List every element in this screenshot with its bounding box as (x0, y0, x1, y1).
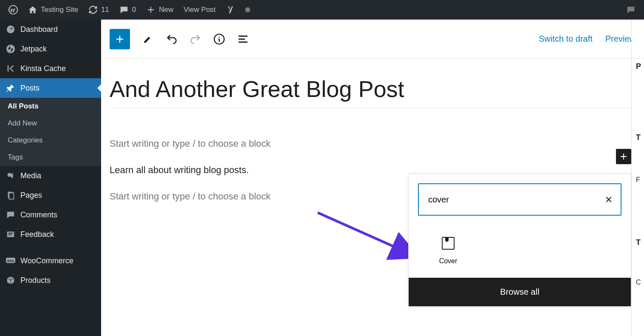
clear-search-button[interactable] (604, 195, 613, 204)
sidebar-item-dashboard[interactable]: Dashboard (0, 20, 101, 39)
notices-toggle[interactable] (621, 0, 641, 20)
sidebar-item-posts[interactable]: Posts (0, 78, 101, 98)
pin-icon (6, 83, 15, 93)
feedback-icon (6, 230, 15, 239)
site-name-label: Testing Site (41, 6, 78, 14)
settings-panel-partial: P T F T C (631, 20, 644, 336)
sidebar-sub-add-new[interactable]: Add New (0, 115, 101, 132)
dashboard-icon (6, 25, 15, 34)
admin-sidebar: Dashboard Jetpack Kinsta Cache Posts All… (0, 20, 101, 336)
sidebar-item-kinsta[interactable]: Kinsta Cache (0, 59, 101, 78)
sidebar-item-label: Posts (20, 84, 40, 93)
block-results: Cover (409, 225, 631, 278)
sidebar-item-jetpack[interactable]: Jetpack (0, 39, 101, 59)
undo-button[interactable] (166, 33, 178, 45)
sidebar-item-media[interactable]: Media (0, 166, 101, 185)
title-separator (110, 108, 636, 108)
wp-logo[interactable] (3, 0, 23, 20)
wordpress-icon (8, 5, 18, 14)
block-result-label: Cover (439, 257, 458, 265)
yoast-icon (226, 5, 235, 14)
settings-row-fragment: T (632, 130, 644, 145)
sidebar-item-pages[interactable]: Pages (0, 185, 101, 205)
page-icon (6, 191, 15, 200)
sidebar-item-label: Kinsta Cache (20, 64, 66, 73)
home-icon (28, 5, 37, 14)
sidebar-item-label: WooCommerce (20, 256, 73, 265)
new-label: New (159, 6, 173, 14)
settings-row-fragment: T (632, 235, 644, 251)
sidebar-item-label: Comments (20, 211, 57, 219)
admin-bar: Testing Site 11 0 New View Post (0, 0, 644, 20)
sidebar-sub-tags[interactable]: Tags (0, 149, 101, 166)
block-search-field[interactable] (418, 183, 621, 216)
block-result-cover[interactable]: Cover (409, 233, 472, 265)
comment-icon (626, 5, 636, 14)
sidebar-item-comments[interactable]: Comments (0, 205, 101, 225)
svg-point-1 (245, 7, 250, 12)
svg-rect-6 (9, 193, 14, 199)
details-button[interactable] (213, 33, 225, 45)
product-icon (6, 276, 15, 285)
site-link[interactable]: Testing Site (23, 0, 83, 20)
new-content-link[interactable]: New (141, 0, 178, 20)
post-title[interactable]: And Another Great Blog Post (110, 76, 636, 102)
sidebar-item-products[interactable]: Products (0, 271, 101, 290)
plus-icon (146, 5, 155, 14)
sidebar-item-woocommerce[interactable]: woo WooCommerce (0, 251, 101, 271)
svg-text:woo: woo (7, 259, 14, 263)
settings-tab-fragment[interactable]: P (632, 59, 644, 74)
editor-area: Switch to draft Preview And Another Grea… (101, 20, 644, 336)
toggle-block-inserter-button[interactable] (110, 29, 130, 49)
cover-block-icon (442, 237, 455, 250)
status-dot-icon (243, 5, 252, 14)
view-post-label: View Post (184, 6, 215, 14)
sidebar-item-label: Jetpack (20, 45, 47, 54)
comment-icon (6, 210, 15, 219)
browse-all-button[interactable]: Browse all (409, 278, 631, 306)
block-placeholder[interactable]: Start writing or type / to choose a bloc… (110, 138, 636, 149)
edit-mode-button[interactable] (142, 33, 154, 45)
svg-point-3 (6, 45, 15, 53)
sidebar-submenu-posts: All Posts Add New Categories Tags (0, 98, 101, 166)
sidebar-item-label: Products (20, 276, 51, 285)
comments-link[interactable]: 0 (114, 0, 141, 20)
refresh-icon (88, 5, 98, 14)
sidebar-item-label: Dashboard (20, 25, 58, 34)
outline-button[interactable] (237, 33, 249, 45)
yoast-link[interactable] (221, 0, 257, 20)
sidebar-sub-all-posts[interactable]: All Posts (0, 98, 101, 115)
sidebar-item-feedback[interactable]: Feedback (0, 225, 101, 244)
switch-to-draft-link[interactable]: Switch to draft (539, 34, 593, 44)
svg-point-4 (8, 173, 11, 177)
updates-link[interactable]: 11 (83, 0, 114, 20)
sidebar-item-label: Pages (20, 191, 42, 200)
redo-button[interactable] (189, 33, 201, 45)
editor-toolbar: Switch to draft Preview (101, 20, 644, 59)
sidebar-sub-categories[interactable]: Categories (0, 132, 101, 149)
woo-icon: woo (6, 256, 15, 265)
inline-add-block-button[interactable] (616, 149, 631, 164)
kinsta-icon (6, 64, 15, 73)
comment-icon (119, 5, 129, 14)
comments-count: 0 (132, 6, 136, 14)
updates-count: 11 (101, 6, 109, 14)
block-search-input[interactable] (419, 195, 621, 205)
settings-row-fragment: F (632, 168, 644, 188)
sidebar-item-label: Media (20, 171, 41, 180)
block-search-popover: Cover Browse all (408, 174, 631, 307)
jetpack-icon (6, 44, 15, 54)
settings-row-fragment: C (632, 270, 644, 290)
sidebar-item-label: Feedback (20, 230, 54, 239)
view-post-link[interactable]: View Post (178, 0, 220, 20)
media-icon (6, 171, 15, 180)
